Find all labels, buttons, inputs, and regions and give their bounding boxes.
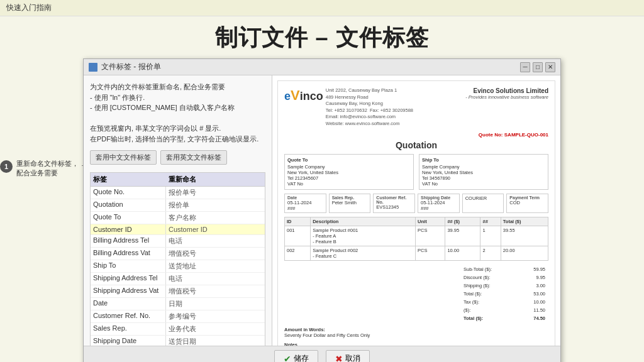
quote-number-row: Quote No: SAMPLE-QUO-001 — [284, 132, 548, 138]
tag-label: Customer Ref. No. — [91, 310, 166, 322]
item-id: 002 — [285, 246, 311, 261]
tag-label: Date — [91, 298, 166, 310]
tag-row[interactable]: Sales Rep.业务代表 — [91, 323, 265, 336]
tag-row[interactable]: Billing Address Tel电话 — [91, 235, 265, 248]
tag-label: Sales Rep. — [91, 323, 166, 335]
annotation-description: 重新命名文件标签，配合业务需要 — [16, 159, 79, 178]
tag-row[interactable]: Customer IDCustomer ID — [91, 224, 265, 235]
tag-rename: 电话 — [166, 273, 265, 285]
meta-courier: COURIER — [462, 194, 504, 213]
page-title: 制订文件 – 文件标签 — [0, 16, 644, 58]
tag-label: Billing Address Tel — [91, 235, 166, 247]
tag-label: Shipping Address Tel — [91, 273, 166, 285]
x-icon: ✖ — [335, 354, 343, 363]
tag-label: Ship To — [91, 260, 166, 272]
tag-label: Quote No. — [91, 187, 166, 199]
meta-sales: Sales Rep. Peter Smith — [329, 194, 371, 213]
tag-rename: 业务代表 — [166, 323, 265, 335]
item-total: 39.55 — [501, 226, 548, 246]
item-unitprice: 39.95 — [445, 226, 480, 246]
item-unit: PCS — [416, 246, 445, 261]
item-desc: Sample Product #002- Feature C — [311, 246, 416, 261]
dialog-titlebar: 文件标签 - 报价单 ─ □ ✕ — [84, 59, 560, 75]
tag-rename: 电话 — [166, 235, 265, 247]
tag-row[interactable]: Ship To送货地址 — [91, 260, 265, 273]
quote-ship-section: Quote To Sample Company New York, United… — [284, 154, 548, 190]
annotation: 1 重新命名文件标签，配合业务需要 — [0, 159, 79, 178]
tag-rename: 日期 — [166, 298, 265, 310]
tag-rename: 增值税号 — [166, 285, 265, 297]
item-desc: Sample Product #001- Feature A- Feature … — [311, 226, 416, 246]
th-total: Total ($) — [501, 217, 548, 226]
cancel-button[interactable]: ✖ 取消 — [326, 350, 370, 362]
left-panel: 为文件内的文件标签重新命名, 配合业务需要 - 使用 "ln" 作换行. - 使… — [84, 75, 272, 346]
tag-row[interactable]: Customer Ref. No.参考编号 — [91, 310, 265, 323]
apply-en-tags-button[interactable]: 套用英文文件标签 — [160, 150, 227, 165]
tag-label: Customer ID — [91, 224, 166, 234]
meta-shipdate: Shipping Date 05-11-2024 ### — [418, 194, 460, 213]
meta-payment: Payment Term COD — [506, 194, 548, 213]
dialog-icon — [89, 63, 97, 72]
invoice-header: eVinco Unit 2202, Causeway Bay Plaza 1 4… — [284, 87, 548, 127]
close-button[interactable]: ✕ — [545, 62, 555, 72]
tag-row[interactable]: Quote To客户名称 — [91, 212, 265, 224]
invoice-meta-row: Date 05-11-2024 ### Sales Rep. Peter Smi… — [284, 194, 548, 213]
check-icon: ✔ — [284, 354, 291, 363]
instructions-text: 为文件内的文件标签重新命名, 配合业务需要 - 使用 "ln" 作换行. - 使… — [90, 82, 265, 144]
meta-custref: Customer Ref. No. EVS12345 — [373, 194, 415, 213]
tag-label: Shipping Address Vat — [91, 285, 166, 297]
tag-row[interactable]: Quote No.报价单号 — [91, 187, 265, 199]
tags-table: Quote No.报价单号Quotation报价单Quote To客户名称Cus… — [90, 186, 265, 346]
breadcrumb: 快速入门指南 — [6, 3, 52, 12]
tag-label: Billing Address Vat — [91, 248, 166, 260]
col-label-header: 标签 — [93, 175, 169, 184]
tag-rename: 参考编号 — [166, 310, 265, 322]
item-unitprice: 10.00 — [445, 246, 480, 261]
totals-table: Sub-Total ($): 59.95 Discount ($): 9.95 … — [460, 265, 548, 323]
invoice-title: Quotation — [284, 140, 548, 150]
tag-rename: 客户名称 — [166, 212, 265, 224]
tag-row[interactable]: Quotation报价单 — [91, 199, 265, 212]
window-controls: ─ □ ✕ — [520, 62, 555, 72]
save-button[interactable]: ✔ 储存 — [274, 350, 318, 362]
item-unit: PCS — [416, 226, 445, 246]
col-rename-header: 重新命名 — [169, 175, 262, 184]
tag-row[interactable]: Shipping Address Tel电话 — [91, 273, 265, 285]
invoice-company-header: Evinco Solutions Limited - Provides inno… — [465, 87, 548, 127]
apply-cn-tags-button[interactable]: 套用中文文件标签 — [90, 150, 157, 165]
tag-rename: 报价单号 — [166, 187, 265, 199]
invoice-item-row: 002 Sample Product #002- Feature C PCS 1… — [285, 246, 548, 261]
notes-section: Notes Amounts shown are in US dollars. T… — [284, 342, 548, 346]
dialog-body: 为文件内的文件标签重新命名, 配合业务需要 - 使用 "ln" 作换行. - 使… — [84, 75, 560, 346]
ship-to-box: Ship To Sample Company New York, United … — [419, 154, 548, 190]
th-unitprice: ## ($) — [445, 217, 480, 226]
th-desc: Description — [311, 217, 416, 226]
quote-to-box: Quote To Sample Company New York, United… — [284, 154, 414, 190]
tag-rename: 送货地址 — [166, 260, 265, 272]
company-details: Unit 2202, Causeway Bay Plaza 1 489 Henn… — [326, 87, 413, 127]
invoice-item-row: 001 Sample Product #001- Feature A- Feat… — [285, 226, 548, 246]
minimize-button[interactable]: ─ — [520, 62, 530, 72]
tag-label: Quotation — [91, 199, 166, 211]
item-qty: 2 — [480, 246, 501, 261]
th-id: ID — [285, 217, 311, 226]
tag-rename: Customer ID — [166, 224, 265, 234]
invoice-preview-panel: eVinco Unit 2202, Causeway Bay Plaza 1 4… — [272, 75, 560, 346]
tag-row[interactable]: Shipping Address Vat增值税号 — [91, 285, 265, 298]
logo-area: eVinco Unit 2202, Causeway Bay Plaza 1 4… — [284, 87, 413, 127]
th-unit: Unit — [416, 217, 445, 226]
evinco-logo: eVinco — [284, 87, 323, 104]
invoice: eVinco Unit 2202, Causeway Bay Plaza 1 4… — [277, 80, 555, 346]
tag-row[interactable]: Shipping Date送货日期 — [91, 336, 265, 346]
item-qty: 1 — [480, 226, 501, 246]
tag-rename: 报价单 — [166, 199, 265, 211]
totals-section: Sub-Total ($): 59.95 Discount ($): 9.95 … — [284, 265, 548, 323]
tag-label: Shipping Date — [91, 336, 166, 346]
item-total: 20.00 — [501, 246, 548, 261]
tag-row[interactable]: Billing Address Vat增值税号 — [91, 248, 265, 260]
maximize-button[interactable]: □ — [533, 62, 543, 72]
tag-label: Quote To — [91, 212, 166, 224]
tag-row[interactable]: Date日期 — [91, 298, 265, 310]
amount-in-words: Amount in Words: Seventy Four Dollar and… — [284, 327, 548, 338]
document-tags-dialog: 文件标签 - 报价单 ─ □ ✕ 为文件内的文件标签重新命名, 配合业务需要 -… — [83, 58, 561, 362]
